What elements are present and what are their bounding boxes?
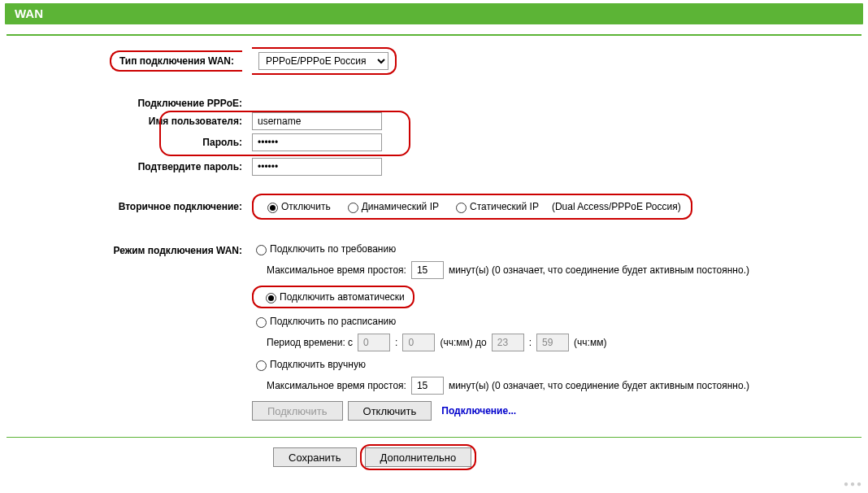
conn-mode-label: Режим подключения WAN: [8,242,252,256]
secondary-note: (Dual Access/PPPoE Россия) [552,201,681,212]
confirm-password-input[interactable] [252,158,382,176]
radio-schedule-label: Подключить по расписанию [270,316,396,327]
radio-secondary-dynamic-label: Динамический IP [362,201,439,212]
radio-on-demand-label: Подключить по требованию [270,243,396,255]
period-h1 [358,334,390,351]
wan-type-select[interactable]: PPPoE/PPPoE Россия [258,52,388,70]
period-prefix: Период времени: с [267,337,353,348]
connect-button[interactable]: Подключить [252,401,343,421]
radio-secondary-static[interactable]: Статический IP [452,200,539,213]
colon-2: : [529,337,532,348]
page-title: WAN [5,3,863,24]
wan-type-label: Тип подключения WAN: [119,55,234,67]
max-idle-suffix-1: минут(ы) (0 означает, что соединение буд… [449,264,749,276]
secondary-label: Вторичное подключение: [8,201,252,212]
username-label: Имя пользователя: [8,116,252,127]
radio-schedule[interactable]: Подключить по расписанию [252,315,396,328]
max-idle-label-1: Максимальное время простоя: [267,264,406,276]
radio-secondary-dynamic[interactable]: Динамический IP [344,200,439,213]
radio-auto-label: Подключить автоматически [280,291,405,303]
period-fmt1: (чч:мм) до [440,337,486,348]
advanced-button[interactable]: Дополнительно [365,447,472,467]
max-idle-input-1[interactable] [411,261,444,279]
colon: : [395,337,397,348]
radio-auto[interactable]: Подключить автоматически [262,290,405,303]
max-idle-input-2[interactable] [411,377,444,395]
password-label: Пароль: [8,137,252,148]
radio-manual-label: Подключить вручную [270,359,366,370]
watermark-dots: ●●● [844,479,863,488]
username-input[interactable] [252,112,382,130]
radio-on-demand[interactable]: Подключить по требованию [252,242,396,255]
period-h2 [492,334,524,351]
password-input[interactable] [252,133,382,151]
radio-manual[interactable]: Подключить вручную [252,358,366,371]
radio-secondary-disable[interactable]: Отключить [263,200,331,213]
confirm-password-label: Подтвердите пароль: [8,161,252,172]
radio-secondary-disable-label: Отключить [281,201,331,212]
period-m2 [536,334,569,351]
max-idle-label-2: Максимальное время простоя: [267,380,406,391]
connection-status: Подключение... [441,405,516,417]
pppoe-section-label: Подключение PPPoE: [8,98,252,109]
period-fmt2: (чч:мм) [574,337,606,348]
period-m1 [402,334,435,351]
max-idle-suffix-2: минут(ы) (0 означает, что соединение буд… [449,380,749,391]
disconnect-button[interactable]: Отключить [348,401,432,421]
save-button[interactable]: Сохранить [273,447,357,467]
radio-secondary-static-label: Статический IP [470,201,539,212]
